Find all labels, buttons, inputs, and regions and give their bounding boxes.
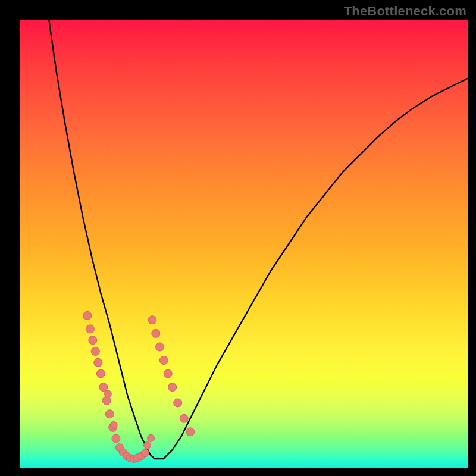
data-marker [164, 369, 172, 378]
bottleneck-curve [20, 0, 468, 459]
curve-layer [20, 20, 468, 468]
data-marker [156, 343, 164, 351]
data-marker [105, 410, 114, 418]
chart-frame: TheBottleneck.com [0, 0, 476, 476]
data-marker [148, 434, 155, 441]
data-marker [83, 311, 92, 320]
data-marker [180, 414, 188, 422]
data-marker [174, 399, 182, 407]
marker-group [83, 311, 195, 462]
data-marker [86, 325, 94, 333]
data-marker [152, 329, 160, 337]
data-marker [104, 390, 111, 397]
data-marker [168, 383, 177, 392]
data-marker [148, 316, 156, 324]
data-marker [110, 422, 117, 429]
watermark-text: TheBottleneck.com [344, 4, 466, 19]
data-marker [186, 428, 195, 436]
data-marker [94, 358, 102, 367]
data-marker [144, 441, 151, 449]
data-marker [102, 396, 111, 405]
data-marker [96, 369, 105, 378]
data-marker [159, 356, 168, 365]
data-marker [89, 336, 97, 345]
data-marker [141, 449, 149, 457]
data-marker [112, 434, 120, 443]
plot-area [20, 20, 468, 468]
data-marker [91, 347, 99, 355]
data-marker [99, 383, 108, 392]
